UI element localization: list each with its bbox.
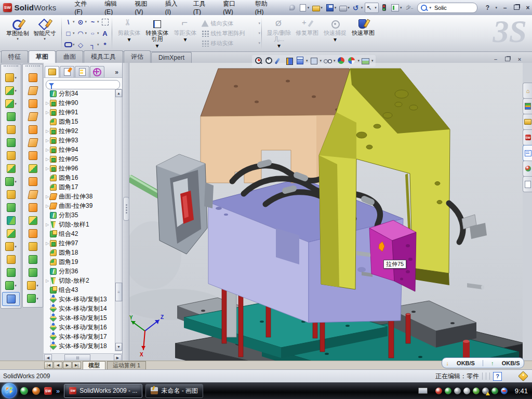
apply-scene-icon[interactable]	[348, 57, 356, 65]
tree-item[interactable]: 圆角16	[44, 173, 115, 182]
ribbon-button[interactable]: 草图绘制▾	[4, 17, 31, 50]
tab-曲面[interactable]: 曲面	[56, 50, 83, 63]
expand-icon[interactable]: ▷	[45, 148, 50, 152]
dropdown-icon[interactable]: ▾	[156, 42, 159, 49]
point-tool[interactable]: *	[101, 39, 110, 50]
tree-item[interactable]: 圆角17	[44, 182, 115, 192]
dropdown-icon[interactable]: ▾	[15, 102, 17, 106]
expand-icon[interactable]: ▷	[45, 129, 50, 134]
tool-revolved-surface[interactable]	[23, 84, 43, 97]
featuremanager-tab[interactable]	[45, 66, 59, 77]
dropdown-icon[interactable]: ▾	[73, 31, 75, 35]
tool-thicken[interactable]	[23, 240, 43, 253]
expand-icon[interactable]: ▷	[45, 241, 50, 246]
expand-icon[interactable]: ▷	[45, 166, 50, 171]
ribbon-button[interactable]: 智能尺寸▾	[31, 17, 58, 50]
close-button[interactable]: ×	[524, 4, 532, 11]
expand-icon[interactable]: ▷	[45, 222, 50, 227]
sync-status-icon[interactable]	[501, 388, 508, 394]
dropdown-icon[interactable]: ▾	[306, 59, 308, 63]
doc-restore-button[interactable]	[504, 56, 511, 62]
dropdown-icon[interactable]: ▾	[97, 43, 99, 47]
tab-DimXpert[interactable]: DimXpert	[151, 52, 192, 63]
pen-input-icon[interactable]	[473, 388, 480, 394]
tool-split-body[interactable]	[1, 214, 21, 227]
dropdown-icon[interactable]: ▾	[277, 42, 281, 49]
tool-filled-surface[interactable]	[23, 201, 43, 214]
tab-nav-button[interactable]: |◀	[44, 362, 53, 369]
tree-item[interactable]: 实体-移动/复制17	[44, 332, 115, 341]
tool-spline-tool[interactable]: ▾	[1, 279, 21, 292]
tool-swept-boss[interactable]	[1, 110, 21, 123]
tree-item[interactable]: 分割34	[44, 89, 115, 98]
tool-linear-pattern[interactable]: ▾	[1, 175, 21, 188]
dropdown-icon[interactable]: ▾	[375, 6, 377, 10]
tool-deform[interactable]	[1, 253, 21, 266]
dropdown-icon[interactable]: ▾	[73, 20, 75, 24]
expand-icon[interactable]: ▷	[45, 278, 50, 283]
clock[interactable]: 9:41	[512, 387, 532, 395]
toolbar-grip[interactable]	[25, 65, 40, 70]
dropdown-icon[interactable]: ▾	[259, 31, 261, 35]
keyboard-layout-icon[interactable]	[418, 388, 428, 394]
tool-dome[interactable]	[23, 266, 43, 279]
dropdown-icon[interactable]: ▾	[400, 6, 402, 10]
tree-item[interactable]: ▷切除-放样2	[44, 276, 115, 285]
dropdown-icon[interactable]: ▾	[308, 6, 310, 10]
dropdown-icon[interactable]: ▾	[334, 59, 336, 63]
tree-item[interactable]: ▷拉伸91	[44, 108, 115, 117]
hide-show-items-icon[interactable]	[323, 57, 332, 65]
slot-tool[interactable]: ▾	[64, 39, 75, 50]
view-orientation-icon[interactable]	[296, 57, 304, 65]
doc-close-button[interactable]: ×	[516, 56, 523, 62]
dropdown-icon[interactable]: ▾	[320, 59, 322, 63]
minimize-button[interactable]: –	[501, 4, 509, 11]
dropdown-icon[interactable]: ▾	[15, 89, 17, 93]
tool-lofted-boss[interactable]	[1, 123, 21, 136]
help-dropdown-icon[interactable]: ▾	[496, 6, 498, 10]
undo-button[interactable]: ↺▾	[352, 3, 365, 12]
polygon-tool[interactable]: ◇	[76, 39, 88, 50]
tree-item[interactable]: ▷拉伸94	[44, 145, 115, 154]
tree-item[interactable]: 实体-移动/复制13	[44, 295, 115, 304]
file-explorer-tab[interactable]	[523, 114, 532, 130]
more-chevron-icon[interactable]: »	[56, 387, 60, 395]
network-speed-widget[interactable]: ↓ OKB/S ↑ OKB/S	[442, 357, 524, 368]
tool-fillet[interactable]: ▾	[1, 97, 21, 110]
system-update-icon[interactable]	[454, 388, 461, 394]
tool-trim-surface[interactable]	[23, 214, 43, 227]
search-box[interactable]: ▾	[417, 3, 477, 13]
expand-icon[interactable]: ▷	[45, 138, 50, 143]
scroll-up-icon[interactable]: ▲	[115, 89, 122, 97]
spline-tool[interactable]: ~▾	[88, 16, 100, 28]
view-settings-icon[interactable]	[361, 57, 370, 65]
restore-button[interactable]	[512, 4, 521, 11]
options-traffic-light-button[interactable]	[379, 3, 389, 12]
dropdown-icon[interactable]: ▾	[85, 31, 87, 35]
dropdown-icon[interactable]: ▾	[371, 59, 374, 63]
dropdown-icon[interactable]: ▾	[184, 36, 187, 43]
sketch-fillet-tool[interactable]: ┐▾	[88, 39, 100, 50]
dropdown-icon[interactable]: ▾	[128, 36, 131, 43]
tab-nav-button[interactable]: ▶|	[72, 362, 81, 369]
doc-tab-motion[interactable]: 运动算例 1	[107, 361, 146, 369]
dropdown-icon[interactable]: ▾	[97, 20, 99, 24]
circle-tool[interactable]: ⊙▾	[76, 16, 88, 28]
tree-item[interactable]: 实体-移动/复制18	[44, 341, 115, 351]
dropdown-icon[interactable]: ▾	[36, 297, 38, 301]
tool-offset-surface[interactable]	[23, 162, 43, 175]
tree-item[interactable]: ▷拉伸93	[44, 136, 115, 145]
dropdown-icon[interactable]: ▾	[17, 37, 19, 41]
configurationmanager-tab[interactable]	[75, 66, 89, 77]
tree-item[interactable]: ▷拉伸90	[44, 98, 115, 108]
tool-freeform[interactable]	[23, 253, 43, 266]
tool-boss-extrude[interactable]: ▾	[1, 71, 21, 84]
search-input[interactable]	[433, 4, 469, 11]
ribbon-button[interactable]: 快速草图	[349, 17, 377, 50]
dropdown-icon[interactable]: ▾	[321, 6, 323, 10]
tool-boundary-surface[interactable]	[23, 123, 43, 136]
graphics-viewport[interactable]: Y Z X 拉伸75	[129, 63, 523, 361]
tree-item[interactable]: 组合43	[44, 285, 115, 295]
dropdown-icon[interactable]: ▾	[358, 59, 360, 63]
search-dropdown-icon[interactable]: ▾	[429, 6, 431, 10]
